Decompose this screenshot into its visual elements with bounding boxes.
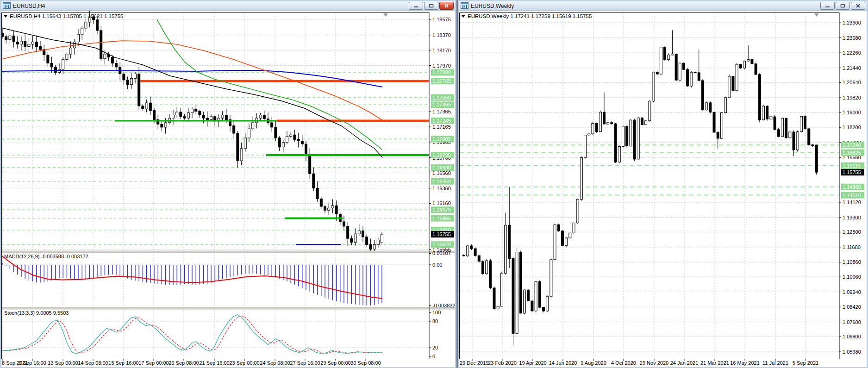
svg-text:14 Sep 08:00: 14 Sep 08:00 [78,360,108,366]
svg-text:15 Sep 16:00: 15 Sep 16:00 [108,360,138,366]
svg-text:29 Nov 2020: 29 Nov 2020 [640,360,668,366]
svg-text:1.17970: 1.17970 [432,63,451,69]
h4-chart-canvas[interactable]: MACD(12,26,9) -0.003588 -0.0031720.00107… [1,11,455,367]
pane-divider[interactable] [1,307,455,309]
svg-text:17 Sep 00:00: 17 Sep 00:00 [138,360,169,366]
svg-text:1.18370: 1.18370 [432,32,451,38]
svg-text:1.05980: 1.05980 [843,349,861,355]
svg-text:1.16630: 1.16630 [432,165,451,170]
svg-text:20: 20 [432,345,438,350]
svg-text:1.17165: 1.17165 [432,124,451,130]
svg-text:1.15755: 1.15755 [843,169,861,175]
svg-text:1.06800: 1.06800 [843,334,861,339]
titlebar-weekly[interactable]: EURUSD,Weekly [459,1,867,11]
svg-text:1.11680: 1.11680 [843,244,861,250]
svg-text:1.15965: 1.15965 [432,216,451,221]
window-eurusd-h4[interactable]: EURUSD,H4 MACD(12,26,9) -0.003588 -0.003… [0,0,456,368]
svg-text:0: 0 [432,354,435,359]
svg-text:1.10860: 1.10860 [843,259,861,265]
svg-text:1.18575: 1.18575 [432,17,451,22]
svg-text:80: 80 [432,318,438,324]
svg-text:0.00: 0.00 [432,262,442,268]
svg-text:1.18200: 1.18200 [843,125,861,130]
svg-text:1.23080: 1.23080 [843,35,861,41]
svg-text:1.16795: 1.16795 [432,152,451,158]
svg-text:1.19820: 1.19820 [843,95,861,100]
svg-text:24 Jan 2021: 24 Jan 2021 [670,360,699,366]
close-button[interactable] [851,2,865,10]
window-title: EURUSD,H4 [13,3,408,9]
svg-text:100: 100 [432,310,441,315]
svg-text:1.15755: 1.15755 [432,231,451,237]
svg-text:23 Sep 00:00: 23 Sep 00:00 [229,360,259,366]
svg-text:1.14510: 1.14510 [843,193,861,198]
svg-text:1.23900: 1.23900 [843,20,861,25]
chart-background [1,11,455,367]
svg-text:1.17455: 1.17455 [432,102,451,107]
chart-info-line[interactable]: EURUSD,Weekly 1.17241 1.17259 1.15619 1.… [462,13,592,19]
titlebar-h4[interactable]: EURUSD,H4 [1,1,455,11]
svg-text:1.10060: 1.10060 [843,274,861,280]
svg-text:1.21440: 1.21440 [843,65,861,71]
svg-text:1.17880: 1.17880 [432,69,451,75]
svg-text:1.17550: 1.17550 [432,95,451,100]
weekly-chart-canvas[interactable]: 1.239001.230801.222601.214401.206401.198… [459,11,867,367]
svg-text:1.22260: 1.22260 [843,50,861,56]
svg-text:21 Sep 16:00: 21 Sep 16:00 [199,360,229,366]
svg-text:1.20640: 1.20640 [843,80,861,85]
svg-text:30 Sep 08:00: 30 Sep 08:00 [350,360,381,366]
svg-text:1.16360: 1.16360 [432,186,451,191]
svg-text:29 Sep 00:00: 29 Sep 00:00 [320,360,350,366]
svg-text:5 Sep 2021: 5 Sep 2021 [793,360,818,366]
chart-info-line[interactable]: EURUSD,H4 1.15643 1.15785 1.15621 1.1575… [4,13,124,19]
svg-text:Stoch(13,3,3) 9.0005 9.5503: Stoch(13,3,3) 9.0005 9.5503 [4,310,69,316]
svg-text:1.16560: 1.16560 [432,170,451,176]
svg-text:1.17245: 1.17245 [432,118,451,124]
svg-text:1.17240: 1.17240 [843,142,861,148]
svg-text:14 Jun 2020: 14 Jun 2020 [549,360,577,366]
svg-text:29 Dec 2019: 29 Dec 2019 [460,360,488,366]
pane-divider[interactable] [1,251,455,253]
svg-text:20 Sep 08:00: 20 Sep 08:00 [169,360,199,366]
svg-text:1.08420: 1.08420 [843,304,861,310]
chart-window-icon [3,2,11,9]
minimize-button[interactable] [409,2,423,10]
svg-text:1.13300: 1.13300 [843,215,861,220]
svg-text:24 Sep 08:00: 24 Sep 08:00 [260,360,290,366]
svg-text:1.15620: 1.15620 [432,242,451,247]
svg-text:1.16450: 1.16450 [432,179,451,184]
time-axis[interactable]: 8 Sep 20219 Sep 16:0013 Sep 00:0014 Sep … [2,359,381,366]
svg-text:27 Sep 16:00: 27 Sep 16:00 [290,360,320,366]
svg-text:1.17765: 1.17765 [432,78,451,84]
svg-text:1.19000: 1.19000 [843,110,861,115]
svg-text:1.09240: 1.09240 [843,289,861,295]
svg-text:4 Oct 2020: 4 Oct 2020 [611,360,636,366]
svg-text:21 Mar 2021: 21 Mar 2021 [700,360,729,366]
window-eurusd-weekly[interactable]: EURUSD,Weekly 1.239001.230801.222601.214… [458,0,868,368]
svg-text:1.17365: 1.17365 [432,109,451,114]
svg-text:1.16825: 1.16825 [843,150,861,156]
svg-text:1.17005: 1.17005 [432,136,451,142]
svg-text:23 Feb 2020: 23 Feb 2020 [488,360,517,366]
svg-text:1.16115: 1.16115 [843,163,861,168]
svg-text:1.07600: 1.07600 [843,319,861,325]
close-button[interactable] [439,2,454,10]
window-title: EURUSD,Weekly [471,3,819,9]
maximize-button[interactable] [424,2,438,10]
svg-text:13 Sep 00:00: 13 Sep 00:00 [48,360,78,366]
maximize-button[interactable] [836,2,850,10]
svg-text:19 Apr 2020: 19 Apr 2020 [519,360,546,366]
svg-text:1.12500: 1.12500 [843,229,861,235]
svg-text:MACD(12,26,9) -0.003588 -0.003: MACD(12,26,9) -0.003588 -0.003172 [4,254,88,259]
svg-text:1.14120: 1.14120 [843,200,861,205]
svg-text:1.16160: 1.16160 [432,200,451,206]
svg-text:16 May 2021: 16 May 2021 [730,360,760,366]
svg-text:9 Aug 2020: 9 Aug 2020 [581,360,606,366]
svg-text:1.14960: 1.14960 [843,184,861,190]
price-axis[interactable]: 1.239001.230801.222601.214401.206401.198… [839,20,864,355]
svg-text:EURUSD,Weekly 1.17241 1.17259: EURUSD,Weekly 1.17241 1.17259 1.15619 1.… [468,13,592,19]
svg-text:EURUSD,H4 1.15643 1.15785 1.1: EURUSD,H4 1.15643 1.15785 1.15621 1.1575… [10,13,124,19]
svg-text:1.16075: 1.16075 [432,207,451,212]
svg-text:9 Sep 16:00: 9 Sep 16:00 [19,360,46,366]
minimize-button[interactable] [820,2,835,10]
